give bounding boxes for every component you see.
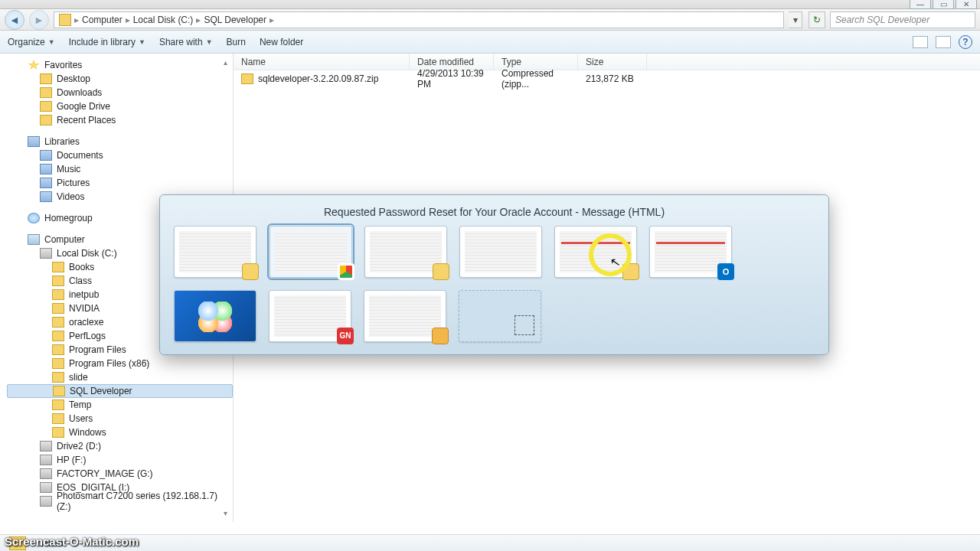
window-close-button[interactable]: ✕ [956,0,977,9]
breadcrumb-root[interactable]: Computer [82,15,122,25]
watermark-text: Screencast-O-Matic.com [5,535,139,548]
nav-drive-f[interactable]: HP (F:) [6,453,233,467]
homegroup-icon [28,213,40,223]
nav-back-button[interactable]: ◄ [5,10,24,30]
search-placeholder: Search SQL Developer [835,15,929,25]
col-type[interactable]: Type [494,54,578,70]
file-name: sqldeveloper-3.2.20.09.87.zip [258,73,378,84]
chrome-icon [338,263,354,280]
nav-downloads[interactable]: Downloads [6,86,233,99]
share-with-button[interactable]: Share with▼ [159,37,213,47]
drive-icon [40,248,52,259]
switcher-thumb-chrome[interactable] [270,226,352,278]
window-maximize-button[interactable]: ▭ [933,0,954,9]
switcher-thumb-gn[interactable]: GN [269,290,351,342]
nav-printer-z[interactable]: Photosmart C7200 series (192.168.1.7) (Z… [6,494,233,508]
folder-icon [52,413,64,424]
burn-button[interactable]: Burn [227,37,246,47]
address-bar: ◄ ► ▸ Computer ▸ Local Disk (C:) ▸ SQL D… [0,9,980,31]
scroll-down-icon[interactable]: ▾ [224,509,231,517]
new-folder-button[interactable]: New folder [260,37,303,47]
folder-icon [52,317,64,328]
switcher-thumb-explorer[interactable] [174,226,256,278]
drive-icon [40,496,52,507]
switcher-thumb-doc[interactable] [459,226,542,278]
view-options-button[interactable] [913,36,928,48]
folder-icon [242,263,259,280]
folder-icon [622,263,639,280]
libraries-group[interactable]: Libraries [6,135,233,148]
folder-icon [52,372,64,383]
switcher-thumb-mail[interactable] [364,290,446,342]
nav-sql-developer[interactable]: SQL Developer [7,384,233,398]
folder-icon [40,87,52,98]
col-name[interactable]: Name [234,54,410,70]
drive-icon [40,468,52,479]
favorites-group[interactable]: Favorites [6,58,233,72]
breadcrumb-dropdown-button[interactable]: ▾ [789,11,802,28]
library-icon [40,178,52,188]
refresh-button[interactable]: ↻ [808,11,825,28]
file-type: Compressed (zipp... [494,68,578,90]
computer-icon [28,234,40,245]
library-icon [40,191,52,202]
file-row[interactable]: sqldeveloper-3.2.20.09.87.zip 4/29/2013 … [234,70,980,87]
outlook-icon: O [717,263,734,280]
folder-icon [52,427,64,438]
file-size: 213,872 KB [578,73,647,84]
nav-documents[interactable]: Documents [6,148,233,162]
folder-icon [40,73,52,84]
switcher-thumb-desktop[interactable] [174,290,256,342]
folder-icon [53,386,65,396]
switcher-thumb-outlook[interactable]: O [649,226,732,278]
command-toolbar: Organize▼ Include in library▼ Share with… [0,31,980,54]
nav-drive-d[interactable]: Drive2 (D:) [6,439,233,453]
breadcrumb-p2[interactable]: SQL Developer [204,15,266,25]
help-button[interactable]: ? [959,35,972,49]
folder-icon [59,14,71,26]
folder-icon [52,262,64,272]
preview-pane-button[interactable] [936,36,951,48]
col-modified[interactable]: Date modified [410,54,494,70]
nav-slide[interactable]: slide [6,370,233,384]
breadcrumb[interactable]: ▸ Computer ▸ Local Disk (C:) ▸ SQL Devel… [54,11,784,28]
switcher-thumb-explorer2[interactable] [364,226,447,278]
library-icon [40,164,52,174]
nav-music[interactable]: Music [6,162,233,176]
nav-pictures[interactable]: Pictures [6,176,233,190]
mail-icon [432,328,449,344]
scroll-up-icon[interactable]: ▴ [224,58,231,67]
status-bar: 1 item [0,534,980,551]
nav-windows[interactable]: Windows [6,425,233,439]
drive-icon [40,455,52,465]
drive-icon [40,482,52,493]
switcher-thumb-message[interactable] [554,226,637,278]
folder-icon [52,289,64,300]
column-headers: Name Date modified Type Size [234,54,980,70]
organize-button[interactable]: Organize▼ [8,37,55,47]
window-minimize-button[interactable]: — [910,0,931,9]
switcher-title: Requested Password Reset for Your Oracle… [174,206,815,218]
nav-desktop[interactable]: Desktop [6,72,233,86]
nav-forward-button[interactable]: ► [29,10,49,30]
browser-tabstrip: — ▭ ✕ [0,0,980,9]
alt-tab-switcher: Requested Password Reset for Your Oracle… [159,194,829,355]
folder-icon [52,331,64,341]
search-input[interactable]: Search SQL Developer [830,11,975,28]
nav-drive-g[interactable]: FACTORY_IMAGE (G:) [6,467,233,481]
folder-icon [52,399,64,410]
breadcrumb-p1[interactable]: Local Disk (C:) [133,15,194,25]
folder-icon [40,101,52,112]
nav-temp[interactable]: Temp [6,398,233,412]
folder-icon [52,303,64,314]
drive-icon [40,441,52,452]
include-library-button[interactable]: Include in library▼ [69,37,145,47]
switcher-thumb-snip[interactable] [459,290,541,342]
nav-users[interactable]: Users [6,412,233,425]
nav-google-drive[interactable]: Google Drive [6,99,233,113]
folder-icon [52,344,64,355]
nav-program-files-x86[interactable]: Program Files (x86) [6,357,233,370]
star-icon [28,60,40,70]
col-size[interactable]: Size [578,54,647,70]
nav-recent-places[interactable]: Recent Places [6,113,233,127]
